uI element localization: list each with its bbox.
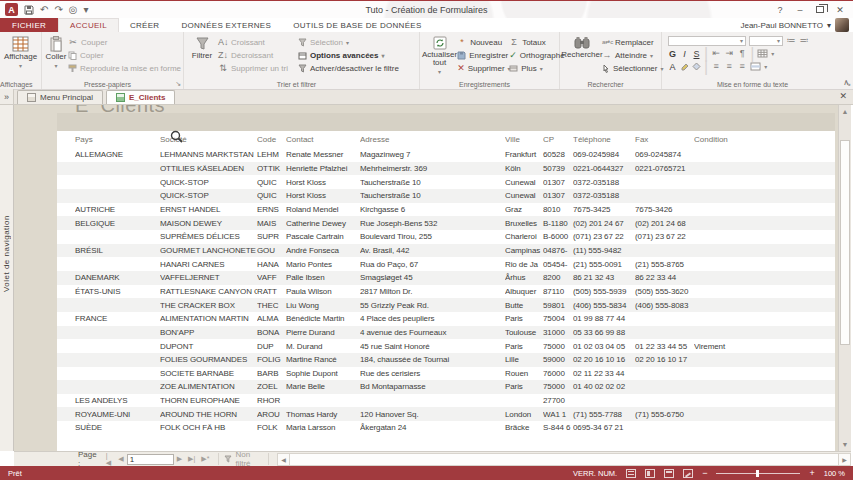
table-cell[interactable]: HANA [257, 260, 286, 269]
undo-icon[interactable]: ↶ [40, 5, 48, 15]
table-cell[interactable]: AUTRICHE [75, 205, 160, 214]
account-menu[interactable]: Jean-Paul BONNETTO ▾ [740, 18, 853, 32]
table-cell[interactable]: Pascale Cartrain [286, 232, 360, 241]
table-cell[interactable]: SOCIETE BARNABE [160, 369, 257, 378]
sort-descending-button[interactable]: Z↓Décroissant [218, 49, 298, 61]
table-cell[interactable]: BRÉSIL [75, 246, 160, 255]
table-cell[interactable]: Rouen [505, 369, 543, 378]
table-cell[interactable]: 59801 [543, 301, 573, 310]
remove-sort-button[interactable]: ⇅Supprimer un tri [218, 62, 298, 74]
table-row[interactable]: QUICK-STOPQUICHorst KlossTaucherstraße 1… [57, 175, 835, 189]
table-cell[interactable]: 184, chaussée de Tournai [360, 355, 505, 364]
table-cell[interactable]: Palle Ibsen [286, 273, 360, 282]
minimize-button[interactable]: – [791, 3, 809, 17]
zoom-out-icon[interactable]: − [702, 469, 707, 477]
table-cell[interactable]: 75000 [543, 382, 573, 391]
table-cell[interactable]: Maria Larsson [286, 423, 360, 432]
table-cell[interactable]: 01307 [543, 178, 573, 187]
tab-fichier[interactable]: FICHIER [0, 18, 58, 32]
table-cell[interactable]: RATTLESNAKE CANYON G [160, 287, 257, 296]
table-cell[interactable]: THE CRACKER BOX [160, 301, 257, 310]
table-cell[interactable]: GOURMET LANCHONETE [160, 246, 257, 255]
table-cell[interactable]: DUPONT [160, 342, 257, 351]
table-cell[interactable]: Bräcke [505, 423, 543, 432]
table-cell[interactable]: ERNS [257, 205, 286, 214]
save-icon[interactable] [24, 5, 34, 15]
table-cell[interactable]: BARB [257, 369, 286, 378]
table-cell[interactable]: 01 40 02 02 02 [573, 382, 635, 391]
help-button[interactable]: ? [771, 3, 789, 17]
table-cell[interactable]: 45 rue Saint Honoré [360, 342, 505, 351]
table-cell[interactable]: (71) 555-7788 [573, 410, 635, 419]
table-cell[interactable]: QUIC [257, 191, 286, 200]
table-row[interactable]: BELGIQUEMAISON DEWEYMAISCatherine DeweyR… [57, 216, 835, 230]
access-app-icon[interactable]: A [5, 3, 18, 16]
table-cell[interactable]: Bd Montaparnasse [360, 382, 505, 391]
select-button[interactable]: Sélectionner▾ [602, 62, 664, 74]
column-header[interactable]: Téléphone [573, 135, 635, 144]
table-cell[interactable]: (11) 555-9482 [573, 246, 635, 255]
align-center-icon[interactable]: ≡ [724, 62, 734, 71]
column-header[interactable]: Contact [286, 135, 360, 144]
table-cell[interactable]: QUICK-STOP [160, 191, 257, 200]
table-cell[interactable]: Rio de Ja [505, 260, 543, 269]
bold-button[interactable]: G [668, 49, 677, 59]
table-cell[interactable]: RHOR [257, 396, 286, 405]
table-cell[interactable]: Rue Joseph-Bens 532 [360, 219, 505, 228]
table-cell[interactable]: Liu Wong [286, 301, 360, 310]
table-row[interactable]: ÉTATS-UNISRATTLESNAKE CANYON GRATTPaula … [57, 285, 835, 299]
replace-button[interactable]: a⇄cRemplacer [602, 36, 664, 48]
column-header[interactable]: CP [543, 135, 573, 144]
table-cell[interactable]: ALMA [257, 314, 286, 323]
table-cell[interactable]: ZOE ALIMENTATION [160, 382, 257, 391]
view-button[interactable]: Affichage ▾ [2, 34, 39, 78]
table-cell[interactable]: (406) 555-8083 [635, 301, 694, 310]
filter-button[interactable]: Filtrer [186, 34, 218, 78]
filter-status-button[interactable]: Non filtré [218, 453, 269, 465]
table-cell[interactable]: Rue des cerisiers [360, 369, 505, 378]
table-cell[interactable]: Toulouse [505, 328, 543, 337]
vertical-scrollbar[interactable]: ▲ ▼ [838, 105, 851, 451]
table-cell[interactable]: LES ANDELYS [75, 396, 160, 405]
table-row[interactable]: SOCIETE BARNABEBARBSophie DupontRue des … [57, 367, 835, 381]
table-cell[interactable]: 02 20 16 10 17 [635, 355, 694, 364]
table-cell[interactable]: Köln [505, 164, 543, 173]
italic-button[interactable]: I [680, 49, 689, 59]
table-cell[interactable]: 50739 [543, 164, 573, 173]
dialog-launcher-icon[interactable]: ↘ [175, 80, 181, 88]
redo-icon[interactable]: ↷ [54, 5, 62, 15]
table-cell[interactable]: Charleroi [505, 232, 543, 241]
table-cell[interactable]: 27700 [543, 396, 573, 405]
table-cell[interactable]: 0695-34 67 21 [573, 423, 635, 432]
zoom-slider-thumb[interactable] [756, 470, 759, 477]
previous-record-button[interactable]: ◀ [115, 455, 126, 463]
close-button[interactable]: ✕ [831, 3, 849, 17]
table-cell[interactable]: Taucherstraße 10 [360, 191, 505, 200]
table-cell[interactable]: Paris [505, 382, 543, 391]
tab-outils-bdd[interactable]: OUTILS DE BASE DE DONNÉES [282, 18, 432, 32]
table-cell[interactable]: 0372-035188 [573, 191, 635, 200]
table-cell[interactable]: B-1180 [543, 219, 573, 228]
table-cell[interactable]: 86 21 32 43 [573, 273, 635, 282]
table-cell[interactable]: Campinas [505, 246, 543, 255]
table-cell[interactable]: 069-0245984 [573, 150, 635, 159]
table-cell[interactable]: 7675-3426 [635, 205, 694, 214]
table-cell[interactable]: Horst Kloss [286, 191, 360, 200]
table-row[interactable]: THE CRACKER BOXTHECLiu Wong55 Grizzly Pe… [57, 298, 835, 312]
cut-button[interactable]: ✂Couper [68, 36, 181, 48]
table-cell[interactable]: Mario Pontes [286, 260, 360, 269]
table-cell[interactable]: 87110 [543, 287, 573, 296]
table-cell[interactable]: 86 22 33 44 [635, 273, 694, 282]
first-record-button[interactable]: |◀ [103, 452, 115, 467]
table-cell[interactable]: QUICK-STOP [160, 178, 257, 187]
table-row[interactable]: DUPONTDUPM. Durand45 rue Saint HonoréPar… [57, 339, 835, 353]
refresh-all-button[interactable]: Actualiser tout ▾ [422, 34, 457, 78]
toggle-filter-button[interactable]: Activer/désactiver le filtre [298, 62, 416, 74]
table-cell[interactable]: 01 02 03 04 05 [573, 342, 635, 351]
table-cell[interactable]: Paris [505, 314, 543, 323]
table-cell[interactable]: Boulevard Tirou, 255 [360, 232, 505, 241]
gridlines-icon[interactable] [757, 49, 768, 58]
open-nav-pane-button[interactable]: » [0, 89, 14, 104]
table-cell[interactable]: FOLIES GOURMANDES [160, 355, 257, 364]
design-view-icon[interactable] [683, 469, 693, 478]
